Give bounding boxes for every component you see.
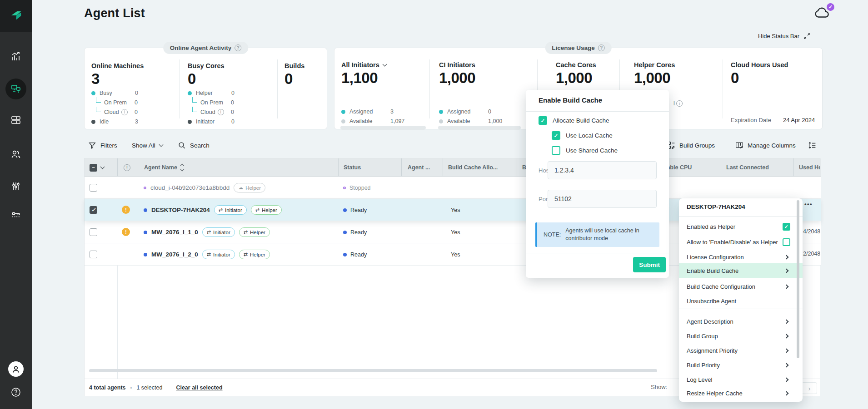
agents-icon xyxy=(10,84,21,94)
manage-columns-button[interactable]: Manage Columns xyxy=(735,136,796,154)
menu-item-assignment-priority[interactable]: Assignment Priority xyxy=(679,345,803,356)
header-agent[interactable]: Agent ... xyxy=(401,158,443,177)
agent-stopped-dot xyxy=(144,187,146,189)
checkbox-unchecked[interactable] xyxy=(552,146,560,155)
legend-busy: Busy 0 xyxy=(91,89,138,98)
submit-button[interactable]: Submit xyxy=(633,257,666,272)
pagination-next-button[interactable]: › xyxy=(802,382,817,394)
help-circle-icon[interactable]: ? xyxy=(234,44,241,51)
legend-on-prem: On Prem 0 xyxy=(190,98,234,107)
header-build-cache-allocation[interactable]: Build Cache Allo... xyxy=(443,158,517,177)
hide-status-bar-label: Hide Status Bar xyxy=(758,33,799,39)
sidebar-item-users[interactable] xyxy=(0,149,32,160)
checkbox-checked[interactable]: ✓ xyxy=(552,131,560,140)
menu-item-build-group[interactable]: Build Group xyxy=(679,330,803,342)
cloud-hours-value: 0 xyxy=(731,69,739,87)
swap-icon: ⇄ xyxy=(244,251,248,257)
header-agent-name[interactable]: Agent Name xyxy=(137,158,338,177)
note-banner: NOTE: Agents will use local cache in con… xyxy=(535,222,659,247)
last-connected-fragment: 4/2048 xyxy=(803,228,820,235)
chevron-right-icon xyxy=(784,391,789,395)
all-initiators-title[interactable]: All Initiators xyxy=(341,61,386,69)
info-icon[interactable]: i xyxy=(218,109,224,115)
row-checkbox-checked[interactable]: ✓ xyxy=(90,206,97,214)
online-machines-title: Online Machines xyxy=(91,62,144,69)
ci-initiators-value: 1,000 xyxy=(439,69,475,87)
sidebar-item-account[interactable] xyxy=(0,361,32,377)
legend-available: Available 1,097 xyxy=(341,117,404,126)
menu-item-build-cache-configuration[interactable]: Build Cache Configuration xyxy=(679,281,803,292)
menu-item-enable-build-cache[interactable]: Enable Build Cache xyxy=(679,263,803,278)
menu-item-allow-enable-disable-helper[interactable]: Allow to 'Enable/Disable' as Helper xyxy=(679,236,803,248)
legend-helper: Helper 0 xyxy=(188,89,234,98)
header-select-all[interactable]: − xyxy=(85,158,117,177)
all-initiators-value: 1,100 xyxy=(341,69,378,87)
chevron-right-icon xyxy=(784,363,789,367)
dark-dot xyxy=(188,120,192,124)
busy-cores-title: Busy Cores xyxy=(188,62,224,69)
app-logo[interactable] xyxy=(0,0,32,32)
row-checkbox[interactable] xyxy=(90,184,97,192)
table-row[interactable]: cloud_i-04b92c073e1a8bbdd ☁ Helper Stopp… xyxy=(85,177,821,199)
info-icon[interactable]: i xyxy=(121,109,128,115)
filters-button[interactable]: Filters xyxy=(88,136,117,154)
search-input[interactable]: Search xyxy=(178,136,210,154)
dashboard-icon xyxy=(10,114,21,125)
menu-item-log-level[interactable]: Log Level xyxy=(679,374,803,385)
sidebar-item-analytics[interactable] xyxy=(0,51,32,62)
menu-scrollbar[interactable] xyxy=(797,200,799,358)
row-height-button[interactable] xyxy=(808,136,816,154)
menu-item-enabled-as-helper[interactable]: Enabled as Helper ✓ xyxy=(679,221,803,232)
menu-item-build-priority[interactable]: Build Priority xyxy=(679,359,803,371)
use-local-cache-checkbox[interactable]: ✓ Use Local Cache xyxy=(552,131,613,140)
swap-icon: ⇄ xyxy=(219,207,223,213)
row-checkbox[interactable] xyxy=(90,228,97,236)
show-all-dropdown[interactable]: Show All xyxy=(132,136,163,154)
sort-icon[interactable] xyxy=(181,164,184,171)
ci-initiators-title: CI Initiators xyxy=(439,61,475,69)
agent-name-cell: MW_2076_I_1_0 ⇄ Initiator ⇄ Helper xyxy=(144,221,270,243)
agent-ready-dot xyxy=(144,253,147,256)
build-groups-button[interactable]: Build Groups xyxy=(667,136,715,154)
sidebar-item-settings[interactable] xyxy=(0,181,32,192)
warning-icon[interactable]: ! xyxy=(122,228,130,236)
online-activity-badge-label: Online Agent Activity xyxy=(170,44,232,51)
header-used-helper[interactable]: Used He xyxy=(793,158,820,177)
checkbox-checked[interactable]: ✓ xyxy=(539,116,547,125)
help-circle-icon[interactable]: ? xyxy=(598,44,605,51)
checkbox-unchecked[interactable] xyxy=(783,238,790,246)
row-checkbox[interactable] xyxy=(90,251,97,258)
teal-dot xyxy=(91,91,95,95)
allocate-build-cache-checkbox[interactable]: ✓ Allocate Build Cache xyxy=(539,116,609,125)
context-menu-title: DESKTOP-7HAK204 xyxy=(687,203,745,210)
selected-count-label: 1 selected xyxy=(136,384,162,391)
menu-item-unsubscribe-agent[interactable]: Unsubscribe Agent xyxy=(679,295,803,307)
horizontal-scrollbar[interactable] xyxy=(89,369,657,372)
sidebar-item-help[interactable] xyxy=(0,387,32,398)
port-input[interactable]: 51102 xyxy=(548,190,657,208)
header-status[interactable]: Status xyxy=(338,158,401,177)
clear-all-selected-link[interactable]: Clear all selected xyxy=(176,384,222,391)
header-last-connected[interactable]: Last Connected xyxy=(721,158,793,177)
warning-icon[interactable]: ! xyxy=(122,206,130,214)
select-all-checkbox[interactable]: − xyxy=(90,164,97,172)
checkbox-checked[interactable]: ✓ xyxy=(783,223,790,231)
sidebar-item-agents-active[interactable] xyxy=(0,79,32,99)
chevron-down-icon[interactable] xyxy=(100,165,105,169)
use-shared-cache-checkbox[interactable]: Use Shared Cache xyxy=(552,146,618,155)
hide-status-bar-button[interactable]: Hide Status Bar xyxy=(758,33,810,39)
menu-item-license-configuration[interactable]: License Configuration xyxy=(679,251,803,263)
sidebar-item-license[interactable] xyxy=(0,210,32,221)
host-input[interactable]: 1.2.3.4 xyxy=(548,161,657,179)
gray-dot xyxy=(341,119,345,123)
menu-item-agent-description[interactable]: Agent Description xyxy=(679,315,803,327)
menu-item-resize-helper-cache[interactable]: Resize Helper Cache xyxy=(679,387,803,399)
cloud-status-button[interactable]: ✓ xyxy=(813,5,833,21)
sidebar-item-dashboard[interactable] xyxy=(0,114,32,125)
row-actions-button[interactable]: ••• xyxy=(804,201,813,207)
build-cache-cell: Yes xyxy=(451,221,460,243)
chevron-right-icon xyxy=(784,377,789,382)
online-agent-activity-card: Online Agent Activity ? Online Machines … xyxy=(84,48,327,129)
info-icon[interactable]: i xyxy=(676,100,683,107)
legend-cloud: Cloud i 0 xyxy=(94,108,138,117)
